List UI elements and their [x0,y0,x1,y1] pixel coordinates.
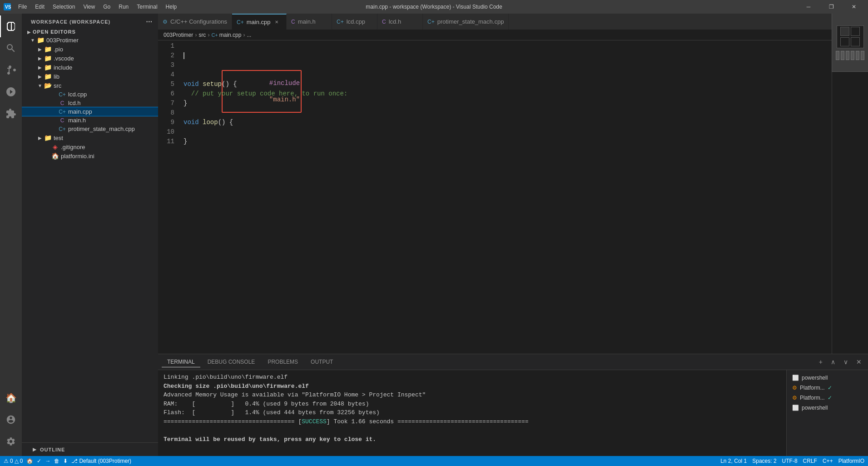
menu-edit[interactable]: Edit [31,3,48,11]
grid-item-2 [851,27,860,36]
status-arrow[interactable]: → [45,458,50,464]
menu-view[interactable]: View [79,3,99,11]
main-cpp-tab-close[interactable]: ✕ [273,19,280,26]
tab-cpp-config[interactable]: ⚙ C/C++ Configurations [158,14,232,30]
sidebar-header-actions[interactable]: ⋯ [146,18,153,25]
tree-item-main-h[interactable]: C main.h [22,116,158,125]
tree-item-lcd-h[interactable]: C lcd.h [22,99,158,107]
lib-folder-icon: 📁 [44,73,52,80]
tree-item-lcd-cpp[interactable]: C+ lcd.cpp [22,90,158,99]
tab-main-cpp[interactable]: C+ main.cpp ✕ [232,14,287,30]
panel-tab-terminal[interactable]: TERMINAL [162,357,200,367]
git-branch-label: Default (003Protimer) [79,458,131,464]
platformio-ini-icon: 🏠 [51,152,59,160]
panel-close-button[interactable]: ✕ [853,357,864,366]
status-eol[interactable]: CRLF [803,458,817,464]
activity-platformio[interactable]: 🏠 [0,387,22,409]
editor-body[interactable]: 1 2 3 4 5 6 7 8 9 10 11 #inc [158,40,868,354]
setup-comment: // put your setup code here, to run once… [191,90,347,97]
activity-run[interactable] [0,81,22,103]
tab-main-h[interactable]: C main.h [287,14,332,30]
bar-4 [851,51,854,60]
terminal-line-7 [164,426,781,435]
new-file-icon[interactable]: ⋯ [146,18,153,25]
success-badge: SUCCESS [302,418,327,425]
status-download[interactable]: ⬇ [63,458,68,464]
terminal-body[interactable]: Linking .pio\build\uno\firmware.elf Chec… [158,370,786,456]
open-editors-section[interactable]: ▶ OPEN EDITORS [22,28,158,35]
panel-chevron-down[interactable]: ∨ [841,357,851,366]
tree-item-main-cpp[interactable]: C+ main.cpp [22,107,158,116]
language-label: C++ [823,458,833,464]
panel-tab-debug[interactable]: DEBUG CONSOLE [202,357,261,367]
activity-account[interactable] [0,409,22,431]
activity-search[interactable] [0,37,22,59]
terminal-line-8: Terminal will be reused by tasks, press … [164,435,781,444]
panel-chevron-up[interactable]: ∧ [828,357,838,366]
panel-sidebar-item-powershell-2[interactable]: ⬜ powershell [787,403,868,413]
maximize-button[interactable]: ❐ [821,0,842,14]
activity-explorer[interactable] [0,15,22,37]
status-platformio[interactable]: PlatformIO [838,458,864,464]
tree-item-src[interactable]: ▼ 📂 src [22,81,158,90]
platform-1-icon: ⚙ [792,385,797,391]
activity-settings[interactable] [0,431,22,452]
menu-selection[interactable]: Selection [49,3,79,11]
panel-sidebar-item-platform-1[interactable]: ⚙ Platform... ✓ [787,383,868,393]
menu-file[interactable]: File [15,3,30,11]
tab-lcd-cpp[interactable]: C+ lcd.cpp [332,14,377,30]
tree-item-test[interactable]: ▶ 📁 test [22,133,158,142]
protimer-tab-icon: C+ [427,19,435,25]
status-trash[interactable]: 🗑 [54,458,60,464]
code-editor[interactable]: #include "main.h" void setup() { // put … [180,40,832,354]
breadcrumb-part-1[interactable]: 003Protimer [164,32,193,38]
breadcrumb-part-4[interactable]: ... [247,32,251,38]
terminal-line-2: Checking size .pio\build\uno\firmware.el… [164,382,781,391]
activity-source-control[interactable] [0,59,22,81]
panel-tab-output[interactable]: OUTPUT [305,357,338,367]
grid-item-3 [840,37,849,46]
tab-protimer[interactable]: C+ protimer_state_mach.cpp [423,14,509,30]
window-controls[interactable]: ─ ❐ ✕ [798,0,864,14]
status-git-branch[interactable]: ⎇ Default (003Protimer) [71,458,131,464]
status-encoding[interactable]: UTF-8 [782,458,798,464]
panel-sidebar-item-platform-2[interactable]: ⚙ Platform... ✓ [787,393,868,403]
outline-section[interactable]: ▶ OUTLINE [22,442,158,456]
panel-tab-problems[interactable]: PROBLEMS [262,357,303,367]
tree-item-vscode[interactable]: ▶ 📁 .vscode [22,54,158,63]
menu-run[interactable]: Run [115,3,132,11]
status-errors[interactable]: ⚠ 0 △ 0 [4,458,23,464]
menu-terminal[interactable]: Terminal [133,3,161,11]
warning-icon: △ [15,458,19,464]
activity-extensions[interactable] [0,103,22,125]
status-home[interactable]: 🏠 [26,458,33,464]
status-ln-col[interactable]: Ln 2, Col 1 [720,458,747,464]
tree-item-protimer[interactable]: C+ protimer_state_mach.cpp [22,125,158,133]
tree-item-gitignore[interactable]: ◈ .gitignore [22,142,158,151]
panel-sidebar-item-powershell-1[interactable]: ⬜ powershell [787,373,868,383]
loop-func: loop [203,119,218,126]
menu-help[interactable]: Help [162,3,181,11]
tree-item-pio[interactable]: ▶ 📁 .pio [22,45,158,54]
tree-item-include[interactable]: ▶ 📁 include [22,63,158,72]
lcd-h-label: lcd.h [68,100,80,106]
error-icon: ⚠ [4,458,9,464]
status-check[interactable]: ✓ [37,458,41,464]
tree-item-platformio-ini[interactable]: 🏠 platformio.ini [22,151,158,160]
breadcrumb-part-2[interactable]: src [198,32,206,38]
menu-go[interactable]: Go [99,3,114,11]
minimize-button[interactable]: ─ [798,0,819,14]
code-line-2 [184,51,832,60]
panel-add-button[interactable]: + [816,357,825,366]
status-language[interactable]: C++ [823,458,833,464]
tab-lcd-h[interactable]: C lcd.h [377,14,423,30]
breadcrumb-part-3[interactable]: C+ main.cpp [211,32,241,38]
close-button[interactable]: ✕ [843,0,864,14]
menu-bar[interactable]: File Edit Selection View Go Run Terminal… [15,3,180,11]
tree-item-workspace[interactable]: ▼ 📁 003Protimer [22,35,158,45]
panel-tabs: TERMINAL DEBUG CONSOLE PROBLEMS OUTPUT +… [158,354,868,370]
panel-tab-actions[interactable]: + ∧ ∨ ✕ [816,357,864,366]
tree-item-lib[interactable]: ▶ 📁 lib [22,72,158,81]
status-spaces[interactable]: Spaces: 2 [752,458,776,464]
status-bar-right: Ln 2, Col 1 Spaces: 2 UTF-8 CRLF C++ Pla… [720,458,864,464]
